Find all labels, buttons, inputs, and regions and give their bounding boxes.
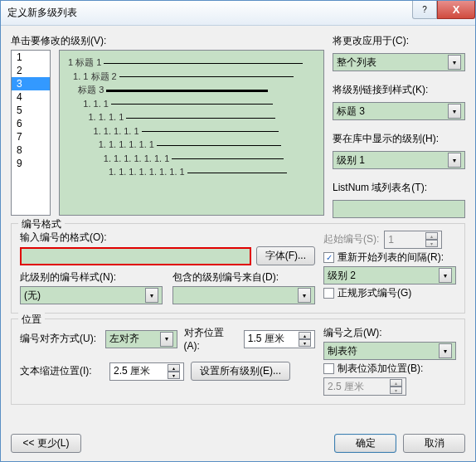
spinner-up-icon[interactable]: ▴ — [168, 364, 180, 372]
window-title: 定义新多级列表 — [7, 6, 412, 20]
help-button[interactable]: ? — [412, 1, 437, 19]
align-label: 编号对齐方式(U): — [20, 332, 99, 346]
close-button[interactable]: X — [437, 1, 475, 19]
chevron-down-icon: ▾ — [439, 343, 452, 358]
preview-line: 1. 1. 1. 1 — [68, 110, 315, 124]
gallery-level-select[interactable]: 级别 1 ▾ — [333, 151, 465, 169]
enter-format-label: 输入编号的格式(O): — [20, 231, 315, 245]
preview-pane: 1 标题 1 1. 1 标题 2 标题 3 1. 1. 1 1. 1. 1. 1… — [59, 50, 324, 216]
apply-changes-label: 将更改应用于(C): — [333, 34, 465, 48]
follow-value: 制表符 — [328, 344, 357, 358]
preview-line: 1. 1. 1. 1. 1. 1. 1 — [68, 152, 315, 166]
apply-changes-value: 整个列表 — [337, 56, 376, 70]
start-at-spinner[interactable]: 1 ▴▾ — [384, 231, 442, 249]
chevron-down-icon: ▾ — [160, 332, 173, 347]
number-format-title: 编号格式 — [18, 217, 65, 231]
level-listbox[interactable]: 123456789 — [11, 50, 51, 216]
gallery-level-value: 级别 1 — [337, 153, 365, 168]
align-at-label: 对齐位置(A): — [184, 326, 237, 352]
number-format-group: 编号格式 输入编号的格式(O): 字体(F)... 此级别的编号样式(N): (… — [11, 223, 465, 314]
align-value: 左对齐 — [109, 332, 139, 346]
spinner-up-icon[interactable]: ▴ — [425, 232, 438, 240]
spinner-down-icon[interactable]: ▾ — [390, 387, 402, 394]
number-style-label: 此级别的编号样式(N): — [20, 270, 163, 284]
tabstop-label: 制表位添加位置(B): — [338, 362, 423, 376]
link-style-select[interactable]: 标题 3 ▾ — [333, 102, 465, 120]
spinner-down-icon[interactable]: ▾ — [299, 339, 311, 347]
tabstop-value: 2.5 厘米 — [328, 380, 364, 394]
position-title: 位置 — [18, 313, 45, 327]
preview-line: 1. 1. 1. 1. 1. 1. 1. 1 — [68, 165, 315, 179]
number-style-value: (无) — [24, 289, 41, 303]
start-at-label: 起始编号(S): — [323, 232, 379, 246]
align-at-spinner[interactable]: 1.5 厘米 ▴▾ — [244, 330, 315, 348]
level-item-5[interactable]: 5 — [12, 104, 50, 117]
indent-label: 文本缩进位置(I): — [20, 364, 103, 378]
legal-label: 正规形式编号(G) — [338, 286, 411, 300]
click-level-label: 单击要修改的级别(V): — [11, 34, 324, 48]
legal-checkbox[interactable] — [323, 288, 334, 299]
level-item-8[interactable]: 8 — [12, 143, 50, 157]
ok-button[interactable]: 确定 — [334, 434, 396, 453]
restart-checkbox[interactable]: ✓ — [323, 252, 334, 263]
link-style-label: 将级别链接到样式(K): — [333, 83, 465, 97]
level-item-7[interactable]: 7 — [12, 130, 50, 143]
tabstop-checkbox[interactable] — [323, 363, 334, 374]
level-item-6[interactable]: 6 — [12, 117, 50, 130]
gallery-level-label: 要在库中显示的级别(H): — [333, 132, 465, 146]
restart-level-value: 级别 2 — [328, 269, 356, 283]
chevron-down-icon: ▾ — [439, 268, 452, 283]
font-button[interactable]: 字体(F)... — [256, 246, 315, 265]
link-style-value: 标题 3 — [337, 105, 365, 119]
align-select[interactable]: 左对齐 ▾ — [105, 330, 177, 348]
spinner-down-icon[interactable]: ▾ — [425, 240, 438, 247]
indent-spinner[interactable]: 2.5 厘米 ▴▾ — [109, 362, 184, 381]
preview-line: 1 标题 1 — [68, 56, 315, 70]
position-group: 位置 编号对齐方式(U): 左对齐 ▾ 对齐位置(A): 1.5 厘米 ▴▾ — [11, 319, 465, 405]
enter-format-input[interactable] — [20, 247, 251, 265]
chevron-down-icon: ▾ — [448, 55, 461, 70]
listnum-input[interactable] — [333, 200, 465, 218]
level-item-1[interactable]: 1 — [12, 51, 50, 64]
preview-line: 1. 1. 1. 1. 1. 1 — [68, 138, 315, 152]
follow-select[interactable]: 制表符 ▾ — [323, 342, 456, 360]
start-at-value: 1 — [388, 234, 394, 246]
preview-line: 1. 1 标题 2 — [68, 70, 315, 84]
number-style-select[interactable]: (无) ▾ — [20, 286, 163, 304]
chevron-down-icon: ▾ — [448, 104, 461, 119]
level-item-2[interactable]: 2 — [12, 64, 50, 77]
spinner-up-icon[interactable]: ▴ — [390, 379, 402, 387]
cancel-button[interactable]: 取消 — [403, 434, 465, 453]
chevron-down-icon: ▾ — [298, 288, 311, 303]
apply-changes-select[interactable]: 整个列表 ▾ — [333, 53, 465, 71]
tabstop-spinner[interactable]: 2.5 厘米 ▴▾ — [323, 377, 406, 396]
include-level-label: 包含的级别编号来自(D): — [172, 270, 315, 284]
include-level-select[interactable]: ▾ — [172, 286, 315, 304]
listnum-label: ListNum 域列表名(T): — [333, 181, 465, 195]
spinner-up-icon[interactable]: ▴ — [299, 332, 311, 339]
indent-value: 2.5 厘米 — [114, 364, 150, 378]
preview-line: 1. 1. 1. 1. 1 — [68, 124, 315, 139]
set-all-levels-button[interactable]: 设置所有级别(E)... — [191, 362, 290, 381]
level-item-3[interactable]: 3 — [12, 77, 50, 90]
less-button[interactable]: << 更少(L) — [11, 434, 81, 453]
preview-line: 1. 1. 1 — [68, 97, 315, 111]
level-item-9[interactable]: 9 — [12, 157, 50, 170]
follow-label: 编号之后(W): — [323, 326, 456, 340]
level-item-4[interactable]: 4 — [12, 90, 50, 104]
restart-label: 重新开始列表的间隔(R): — [338, 250, 444, 265]
align-at-value: 1.5 厘米 — [248, 332, 284, 346]
chevron-down-icon: ▾ — [145, 288, 158, 303]
chevron-down-icon: ▾ — [448, 153, 461, 168]
restart-level-select[interactable]: 级别 2 ▾ — [323, 266, 456, 284]
preview-line: 标题 3 — [68, 83, 315, 97]
titlebar: 定义新多级列表 ? X — [1, 1, 475, 26]
spinner-down-icon[interactable]: ▾ — [168, 372, 180, 379]
